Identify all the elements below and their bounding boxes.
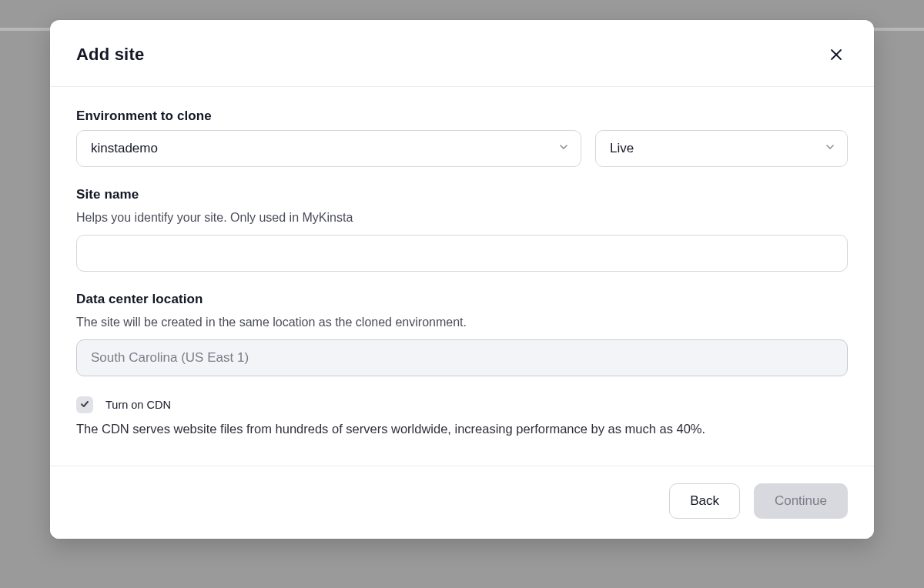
datacenter-label: Data center location: [76, 292, 848, 307]
environment-to-clone-group: Environment to clone kinstademo Live: [76, 109, 848, 167]
datacenter-input: [76, 339, 848, 376]
site-name-input-wrap: [76, 235, 848, 272]
clone-env-select-value: Live: [610, 141, 634, 156]
site-name-input[interactable]: [76, 235, 848, 272]
environment-to-clone-label: Environment to clone: [76, 109, 848, 124]
back-button-label: Back: [690, 493, 719, 509]
add-site-modal: Add site Environment to clone kinstademo: [50, 20, 874, 539]
close-icon: [829, 52, 843, 64]
modal-footer: Back Continue: [50, 466, 874, 539]
modal-header: Add site: [50, 20, 874, 87]
continue-button-label: Continue: [775, 493, 827, 509]
site-name-helper: Helps you identify your site. Only used …: [76, 209, 848, 227]
cdn-description: The CDN serves website files from hundre…: [76, 419, 848, 439]
clone-site-select-wrap: kinstademo: [76, 130, 581, 167]
cdn-group: Turn on CDN The CDN serves website files…: [76, 396, 848, 439]
site-name-group: Site name Helps you identify your site. …: [76, 187, 848, 272]
modal-body: Environment to clone kinstademo Live: [50, 87, 874, 466]
cdn-checkbox-row: Turn on CDN: [76, 396, 848, 413]
cdn-checkbox-label: Turn on CDN: [105, 399, 171, 411]
close-button[interactable]: [825, 43, 848, 66]
continue-button[interactable]: Continue: [754, 483, 848, 519]
check-icon: [80, 398, 89, 412]
datacenter-input-wrap: [76, 339, 848, 376]
modal-title: Add site: [76, 45, 144, 65]
environment-row: kinstademo Live: [76, 130, 848, 167]
back-button[interactable]: Back: [669, 483, 740, 519]
cdn-checkbox[interactable]: [76, 396, 93, 413]
datacenter-group: Data center location The site will be cr…: [76, 292, 848, 376]
clone-env-select-wrap: Live: [595, 130, 848, 167]
clone-site-select[interactable]: kinstademo: [76, 130, 581, 167]
clone-site-select-value: kinstademo: [91, 141, 158, 156]
datacenter-helper: The site will be created in the same loc…: [76, 313, 848, 332]
site-name-label: Site name: [76, 187, 848, 202]
clone-env-select[interactable]: Live: [595, 130, 848, 167]
